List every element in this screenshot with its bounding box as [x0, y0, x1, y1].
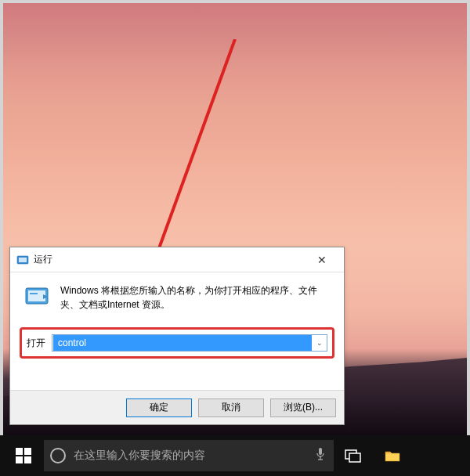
run-input-highlight-box: 打开 ⌄ — [20, 327, 334, 359]
run-description: Windows 将根据您所输入的名称，为你打开相应的程序、文件夹、文档或Inte… — [60, 283, 330, 312]
browse-button[interactable]: 浏览(B)... — [270, 398, 336, 417]
search-placeholder-text: 在这里输入你要搜索的内容 — [74, 449, 307, 463]
close-icon: ✕ — [317, 254, 327, 266]
task-view-button[interactable] — [334, 435, 373, 476]
run-body: Windows 将根据您所输入的名称，为你打开相应的程序、文件夹、文档或Inte… — [10, 272, 344, 365]
svg-rect-5 — [28, 290, 45, 301]
svg-rect-10 — [16, 456, 23, 463]
svg-rect-6 — [30, 293, 38, 294]
start-button[interactable] — [3, 435, 44, 476]
run-input-combobox[interactable]: ⌄ — [52, 334, 327, 352]
taskbar: 在这里输入你要搜索的内容 — [0, 435, 470, 476]
run-titlebar: 运行 ✕ — [10, 247, 344, 272]
run-input-field[interactable] — [53, 335, 312, 351]
task-view-icon — [345, 449, 362, 463]
run-title: 运行 — [34, 253, 306, 266]
run-footer: 确定 取消 浏览(B)... — [10, 390, 344, 424]
run-dialog: 运行 ✕ Windows 将根据您所输入的名称，为你打开相应的程序、文件夹、文档… — [9, 247, 345, 425]
svg-rect-9 — [24, 448, 31, 455]
close-button[interactable]: ✕ — [306, 249, 338, 271]
cortana-icon — [50, 448, 66, 463]
svg-rect-8 — [16, 448, 23, 455]
chevron-down-icon[interactable]: ⌄ — [313, 339, 327, 347]
run-title-icon — [16, 254, 29, 266]
svg-rect-12 — [319, 448, 322, 455]
microphone-icon[interactable] — [315, 447, 327, 464]
run-app-icon — [24, 283, 51, 310]
ok-button[interactable]: 确定 — [126, 398, 192, 417]
run-open-label: 打开 — [27, 337, 45, 350]
svg-rect-3 — [19, 258, 27, 262]
windows-logo-icon — [16, 448, 31, 463]
file-explorer-taskbar-item[interactable] — [373, 435, 412, 476]
cancel-button[interactable]: 取消 — [198, 398, 264, 417]
folder-icon — [385, 449, 400, 462]
svg-rect-16 — [349, 453, 360, 462]
svg-rect-11 — [24, 456, 31, 463]
taskbar-search-box[interactable]: 在这里输入你要搜索的内容 — [44, 440, 334, 471]
